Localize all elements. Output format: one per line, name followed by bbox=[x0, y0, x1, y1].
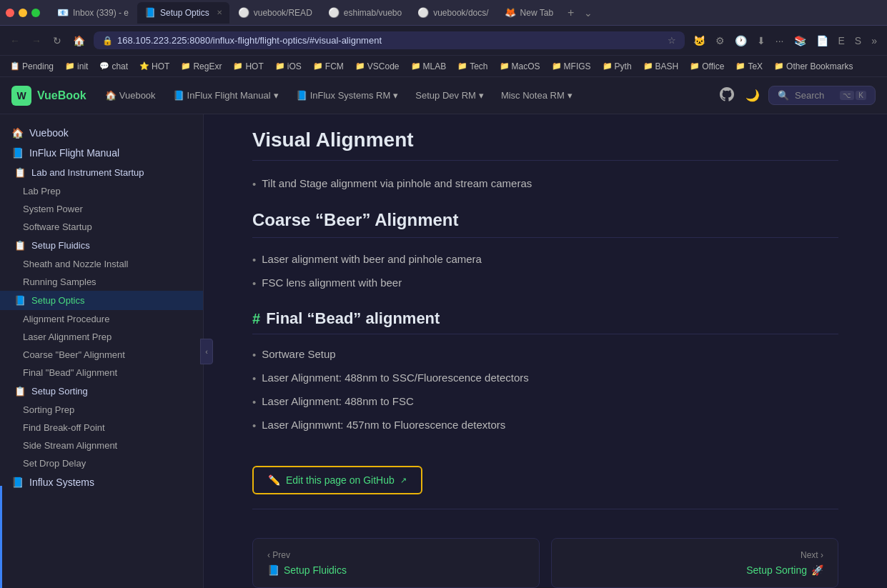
fullscreen-button[interactable] bbox=[31, 9, 40, 17]
edit-icon: ✏️ bbox=[268, 474, 280, 486]
close-button[interactable] bbox=[6, 9, 14, 17]
search-box[interactable]: 🔍 Search ⌥ K bbox=[768, 86, 876, 105]
visual-alignment-item-1-text: Tilt and Stage alignment via pinhole and… bbox=[262, 175, 532, 192]
tab-vuebook[interactable]: 📘 Setup Optics ✕ bbox=[137, 2, 229, 24]
settings-icon[interactable]: ⚙ bbox=[713, 34, 728, 48]
sidebar-item-set-drop-delay[interactable]: Set Drop Delay bbox=[0, 454, 203, 472]
bookmark-ios[interactable]: 📁 iOS bbox=[271, 60, 306, 73]
dark-mode-icon[interactable]: 🌙 bbox=[743, 86, 763, 105]
bookmark-vscode[interactable]: 📁 VSCode bbox=[351, 60, 404, 73]
sidebar-setup-fluidics[interactable]: 📋 Setup Fluidics bbox=[0, 236, 203, 255]
coarse-beer-item-2: FSC lens alignment with beer bbox=[252, 271, 838, 295]
tab-chevron-icon[interactable]: ⌄ bbox=[581, 4, 595, 21]
bookmark-star-icon[interactable]: ☆ bbox=[668, 35, 676, 46]
bookmark-macos[interactable]: 📁 MacOS bbox=[495, 60, 545, 73]
overflow-icon[interactable]: » bbox=[868, 34, 880, 48]
tab-github2[interactable]: ⚪ eshimab/vuebo bbox=[321, 2, 409, 24]
sidebar-item-laser-alignment-prep[interactable]: Laser Alignment Prep bbox=[0, 328, 203, 346]
sidebar-setup-optics[interactable]: 📘 Setup Optics bbox=[0, 291, 203, 310]
sidebar-vuebook[interactable]: 🏠 Vuebook bbox=[0, 123, 203, 143]
bookmark-office[interactable]: 📁 Office bbox=[685, 60, 728, 73]
tab-bar: 📧 Inbox (339) - e 📘 Setup Optics ✕ ⚪ vue… bbox=[50, 2, 881, 24]
library-icon[interactable]: 📚 bbox=[791, 34, 809, 48]
sidebar-item-side-stream[interactable]: Side Stream Alignment bbox=[0, 437, 203, 454]
back-button[interactable]: ← bbox=[7, 32, 23, 49]
header-nav-influx-flight[interactable]: 📘 InFlux Flight Manual ▾ bbox=[166, 86, 286, 105]
bookmark-bash[interactable]: 📁 BASH bbox=[639, 60, 683, 73]
macos-folder-icon: 📁 bbox=[500, 61, 510, 71]
extensions-icon[interactable]: 🐱 bbox=[690, 34, 708, 48]
sidebar-item-system-power[interactable]: System Power bbox=[0, 200, 203, 218]
bookmark-init[interactable]: 📁 init bbox=[61, 60, 92, 73]
tab-gmail[interactable]: 📧 Inbox (339) - e bbox=[50, 2, 136, 24]
tab-firefox[interactable]: 🦊 New Tab bbox=[497, 2, 560, 24]
tab-gmail-label: Inbox (339) - e bbox=[73, 8, 129, 18]
url-bar[interactable]: 🔒 168.105.223.225:8080/influx-flight/fli… bbox=[94, 31, 685, 49]
github-icon[interactable] bbox=[717, 84, 737, 107]
sidebar-item-find-breakoff[interactable]: Find Break-off Point bbox=[0, 419, 203, 437]
new-tab-button[interactable]: + bbox=[562, 4, 580, 22]
sidebar-setup-sorting[interactable]: 📋 Setup Sorting bbox=[0, 382, 203, 401]
tab-close-icon[interactable]: ✕ bbox=[217, 9, 222, 16]
home-button[interactable]: 🏠 bbox=[70, 32, 88, 49]
header-nav-vuebook[interactable]: 🏠 Vuebook bbox=[98, 86, 163, 105]
sidebar-influx-systems[interactable]: 📘 Influx Systems bbox=[0, 472, 203, 492]
vuebook-logo[interactable]: W VueBook bbox=[11, 86, 86, 106]
edit-github-box[interactable]: ✏️ Edit this page on GitHub ↗ bbox=[252, 466, 422, 494]
bookmark-pyth[interactable]: 📁 Pyth bbox=[598, 60, 636, 73]
bookmark-pending-label: Pending bbox=[22, 61, 54, 71]
header-nav-misc-notea[interactable]: Misc Notea RM ▾ bbox=[494, 86, 580, 105]
bookmark-hot1[interactable]: ⭐ HOT bbox=[135, 60, 174, 73]
bookmark-hot2[interactable]: 📁 HOT bbox=[229, 60, 267, 73]
bookmark-tech[interactable]: 📁 Tech bbox=[453, 60, 492, 73]
sidebar-item-sheath-nozzle[interactable]: Sheath and Nozzle Install bbox=[0, 255, 203, 273]
tab-github1[interactable]: ⚪ vuebook/READ bbox=[231, 2, 319, 24]
bookmark-fcm[interactable]: 📁 FCM bbox=[309, 60, 348, 73]
vuebook-tab-icon: 📘 bbox=[144, 7, 156, 18]
sidebar-lab-startup[interactable]: 📋 Lab and Instrument Startup bbox=[0, 163, 203, 182]
bookmark-other[interactable]: 📁 Other Bookmarks bbox=[770, 60, 857, 73]
ms-icon[interactable]: S bbox=[852, 34, 864, 48]
bookmark-tex[interactable]: 📁 TeX bbox=[731, 60, 767, 73]
final-bead-item-3: Laser Alignment: 488nm to FSC bbox=[252, 390, 838, 414]
tab-github3[interactable]: ⚪ vuebook/docs/ bbox=[410, 2, 495, 24]
next-nav-card[interactable]: Next › Setup Sorting 🚀 bbox=[551, 538, 838, 588]
header-icons: 🌙 🔍 Search ⌥ K bbox=[717, 84, 876, 107]
pending-icon: 📋 bbox=[10, 61, 20, 71]
sidebar-item-sorting-prep[interactable]: Sorting Prep bbox=[0, 401, 203, 419]
more-icon[interactable]: ··· bbox=[773, 34, 787, 48]
influx-flight-icon: 📘 bbox=[173, 90, 184, 101]
sidebar-item-alignment-procedure[interactable]: Alignment Procedure bbox=[0, 310, 203, 328]
sidebar-item-coarse-beer[interactable]: Coarse "Beer" Alignment bbox=[0, 346, 203, 364]
forward-button[interactable]: → bbox=[29, 32, 44, 49]
addressbar: ← → ↻ 🏠 🔒 168.105.223.225:8080/influx-fl… bbox=[0, 26, 887, 56]
kbd-alt: ⌥ bbox=[840, 91, 854, 100]
reader-icon[interactable]: 📄 bbox=[813, 34, 831, 48]
sidebar-sheath-nozzle-label: Sheath and Nozzle Install bbox=[23, 259, 128, 269]
reload-button[interactable]: ↻ bbox=[50, 32, 64, 49]
search-kbd: ⌥ K bbox=[840, 91, 866, 100]
heading-hash-link[interactable]: # bbox=[252, 311, 260, 327]
bookmark-chat[interactable]: 💬 chat bbox=[95, 60, 132, 73]
sidebar-item-lab-prep[interactable]: Lab Prep bbox=[0, 182, 203, 200]
bookmark-mlab[interactable]: 📁 MLAB bbox=[407, 60, 451, 73]
prev-nav-card[interactable]: ‹ Prev 📘 Setup Fluidics bbox=[252, 538, 540, 588]
sync-icon[interactable]: E bbox=[836, 34, 848, 48]
bookmark-mfigs[interactable]: 📁 MFIGS bbox=[547, 60, 595, 73]
minimize-button[interactable] bbox=[19, 9, 27, 17]
sidebar-item-final-bead[interactable]: Final "Bead" Alignment bbox=[0, 364, 203, 382]
header-nav-influx-systems[interactable]: 📘 InFlux Systems RM ▾ bbox=[289, 86, 406, 105]
sidebar-item-running-samples[interactable]: Running Samples bbox=[0, 273, 203, 291]
influx-systems-icon: 📘 bbox=[296, 90, 307, 101]
bookmark-pending[interactable]: 📋 Pending bbox=[6, 60, 58, 73]
sidebar-item-software-startup[interactable]: Software Startup bbox=[0, 218, 203, 236]
sidebar-influx-flight[interactable]: 📘 InFlux Flight Manual bbox=[0, 143, 203, 163]
github2-icon: ⚪ bbox=[328, 7, 340, 18]
header-nav-setup-dev[interactable]: Setup Dev RM ▾ bbox=[408, 86, 491, 105]
history-icon[interactable]: 🕐 bbox=[732, 34, 750, 48]
download-icon[interactable]: ⬇ bbox=[754, 34, 768, 48]
bookmark-tech-label: Tech bbox=[470, 61, 487, 71]
firefox-icon: 🦊 bbox=[505, 7, 516, 18]
bookmark-regexp[interactable]: 📁 RegExr bbox=[177, 60, 226, 73]
sidebar-collapse-handle[interactable]: ‹ bbox=[200, 339, 213, 364]
